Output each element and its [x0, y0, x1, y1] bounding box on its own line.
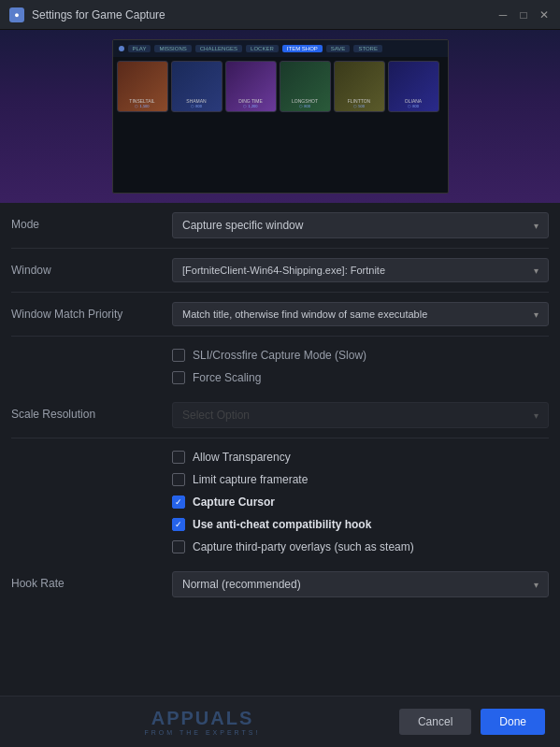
topbar-dot: [119, 46, 124, 51]
game-card-1: TINSELTAIL ⬡ 1,500: [117, 61, 168, 112]
scale-resolution-label: Scale Resolution: [11, 402, 172, 421]
allow-transparency-checkbox-row: Allow Transparency: [172, 446, 549, 468]
window-dropdown-value: [FortniteClient-Win64-Shipping.exe]: For…: [182, 265, 385, 276]
preview-inner: PLAY MISSIONS CHALLENGES LOCKER ITEM SHO…: [112, 39, 449, 194]
topbar-tab: LOCKER: [246, 45, 279, 52]
topbar-tab-active: ITEM SHOP: [282, 45, 323, 52]
capture-cursor-checkbox[interactable]: [172, 496, 185, 509]
game-card-6: OLIANA ⬡ 800: [388, 61, 439, 112]
game-card-5: FLINTTON ⬡ 500: [334, 61, 385, 112]
window-control: [FortniteClient-Win64-Shipping.exe]: For…: [172, 258, 549, 282]
window-match-setting-row: Window Match Priority Match title, other…: [11, 293, 549, 337]
window-match-dropdown-value: Match title, otherwise find window of sa…: [182, 309, 427, 320]
window-match-label: Window Match Priority: [11, 302, 172, 321]
topbar-tab: CHALLENGES: [195, 45, 242, 52]
window-controls: ─ □ ✕: [496, 8, 551, 22]
mode-setting-row: Mode Capture specific window ▾: [11, 203, 549, 249]
game-card-4: LONGSHOT ⬡ 800: [280, 61, 331, 112]
game-topbar: PLAY MISSIONS CHALLENGES LOCKER ITEM SHO…: [113, 40, 448, 57]
mode-chevron-icon: ▾: [534, 221, 538, 231]
game-content: TINSELTAIL ⬡ 1,500 SHAMAN ⬡ 800 DING TIM…: [113, 57, 448, 116]
window-match-dropdown[interactable]: Match title, otherwise find window of sa…: [172, 302, 549, 326]
game-card-2: SHAMAN ⬡ 800: [171, 61, 223, 112]
scale-resolution-row: Scale Resolution Select Option ▾: [11, 393, 549, 438]
limit-framerate-label: Limit capture framerate: [193, 473, 308, 486]
card-price: ⬡ 800: [299, 104, 310, 108]
settings-content: Mode Capture specific window ▾ Window [F…: [0, 203, 560, 607]
card-price: ⬡ 500: [353, 104, 365, 108]
brand-area: APPUALS FROM THE EXPERTS!: [15, 708, 390, 736]
anti-cheat-checkbox[interactable]: [172, 518, 185, 531]
hook-rate-control: Normal (recommended) ▾: [172, 571, 549, 597]
card-price: ⬡ 800: [408, 104, 419, 108]
capture-cursor-label: Capture Cursor: [193, 496, 275, 509]
sli-label: SLI/Crossfire Capture Mode (Slow): [193, 349, 366, 362]
window-match-control: Match title, otherwise find window of sa…: [172, 302, 549, 326]
anti-cheat-label: Use anti-cheat compatibility hook: [193, 518, 371, 531]
brand-logo: APPUALS: [151, 708, 254, 729]
app-icon: ●: [9, 7, 24, 22]
hook-rate-chevron-icon: ▾: [534, 580, 538, 590]
window-label: Window: [11, 258, 172, 277]
close-button[interactable]: ✕: [538, 8, 551, 22]
overlays-checkbox-row: Capture third-party overlays (such as st…: [172, 536, 549, 558]
mode-dropdown-value: Capture specific window: [182, 219, 303, 232]
card-price: ⬡ 1,200: [243, 104, 257, 108]
checkboxes-top: SLI/Crossfire Capture Mode (Slow) Force …: [11, 337, 549, 393]
topbar-tab: MISSIONS: [154, 45, 191, 52]
sli-checkbox[interactable]: [172, 349, 185, 362]
preview-background: PLAY MISSIONS CHALLENGES LOCKER ITEM SHO…: [0, 30, 560, 203]
scale-resolution-control: Select Option ▾: [172, 402, 549, 428]
mode-label: Mode: [11, 212, 172, 231]
limit-framerate-checkbox-row: Limit capture framerate: [172, 468, 549, 491]
anti-cheat-checkbox-row: Use anti-cheat compatibility hook: [172, 513, 549, 536]
topbar-tab: PLAY: [128, 45, 151, 52]
allow-transparency-label: Allow Transparency: [193, 451, 291, 464]
game-preview: PLAY MISSIONS CHALLENGES LOCKER ITEM SHO…: [0, 30, 560, 203]
hook-rate-label: Hook Rate: [11, 571, 172, 590]
card-price: ⬡ 1,500: [135, 104, 149, 108]
window-chevron-icon: ▾: [534, 266, 538, 276]
maximize-button[interactable]: □: [517, 8, 530, 22]
window-match-chevron-icon: ▾: [534, 309, 538, 320]
force-scaling-checkbox[interactable]: [172, 371, 185, 384]
hook-rate-setting-row: Hook Rate Normal (recommended) ▾: [11, 562, 549, 607]
mode-dropdown[interactable]: Capture specific window ▾: [172, 212, 549, 238]
capture-cursor-checkbox-row: Capture Cursor: [172, 491, 549, 513]
footer: APPUALS FROM THE EXPERTS! Cancel Done: [0, 696, 560, 747]
window-title: Settings for Game Capture: [32, 8, 496, 22]
checkboxes-bottom: Allow Transparency Limit capture framera…: [11, 438, 549, 562]
window-setting-row: Window [FortniteClient-Win64-Shipping.ex…: [11, 249, 549, 293]
force-scaling-checkbox-row: Force Scaling: [172, 366, 549, 389]
force-scaling-label: Force Scaling: [193, 371, 261, 384]
cancel-button[interactable]: Cancel: [399, 709, 471, 735]
scale-resolution-placeholder: Select Option: [182, 409, 250, 422]
scale-resolution-chevron-icon: ▾: [534, 410, 538, 421]
topbar-tab: STORE: [353, 45, 382, 52]
brand-tagline: FROM THE EXPERTS!: [145, 729, 261, 736]
card-price: ⬡ 800: [191, 104, 202, 108]
scale-resolution-dropdown[interactable]: Select Option ▾: [172, 402, 549, 428]
overlays-label: Capture third-party overlays (such as st…: [193, 540, 414, 553]
overlays-checkbox[interactable]: [172, 540, 185, 553]
hook-rate-dropdown-value: Normal (recommended): [182, 578, 301, 591]
done-button[interactable]: Done: [481, 709, 545, 735]
minimize-button[interactable]: ─: [496, 8, 510, 22]
mode-control: Capture specific window ▾: [172, 212, 549, 238]
game-card-3: DING TIME ⬡ 1,200: [225, 61, 277, 112]
limit-framerate-checkbox[interactable]: [172, 473, 185, 486]
window-dropdown[interactable]: [FortniteClient-Win64-Shipping.exe]: For…: [172, 258, 549, 282]
title-bar: ● Settings for Game Capture ─ □ ✕: [0, 0, 560, 30]
sli-checkbox-row: SLI/Crossfire Capture Mode (Slow): [172, 344, 549, 366]
hook-rate-dropdown[interactable]: Normal (recommended) ▾: [172, 571, 549, 597]
allow-transparency-checkbox[interactable]: [172, 451, 185, 464]
topbar-tab: SAVE: [326, 45, 351, 52]
